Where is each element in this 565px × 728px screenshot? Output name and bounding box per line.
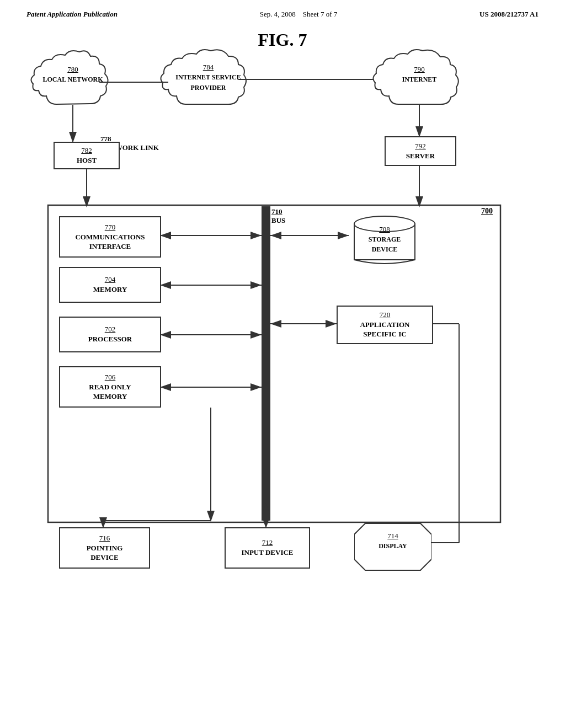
node-714: 714 DISPLAY xyxy=(354,521,431,575)
header-right: US 2008/212737 A1 xyxy=(479,10,539,19)
node-710: 710 BUS xyxy=(271,207,285,225)
node-792: 792 SERVER xyxy=(385,136,456,166)
node-704: 704 MEMORY xyxy=(59,267,161,303)
diagram-svg xyxy=(23,24,542,686)
svg-rect-8 xyxy=(262,206,270,521)
node-708: 708 STORAGEDEVICE xyxy=(349,212,420,269)
node-700: 700 xyxy=(481,207,493,216)
node-712: 712 INPUT DEVICE xyxy=(225,527,310,569)
header-left: Patent Application Publication xyxy=(26,10,118,19)
node-770: 770 COMMUNICATIONSINTERFACE xyxy=(59,216,161,258)
diagram-area: FIG. 7 xyxy=(23,24,542,686)
node-702: 702 PROCESSOR xyxy=(59,317,161,352)
figure-title: FIG. 7 xyxy=(23,30,542,50)
node-720: 720 APPLICATIONSPECIFIC IC xyxy=(337,306,433,344)
node-706: 706 READ ONLYMEMORY xyxy=(59,366,161,408)
node-790: 790 INTERNET xyxy=(386,64,452,84)
page-header: Patent Application Publication Sep. 4, 2… xyxy=(0,0,565,19)
header-center: Sep. 4, 2008 Sheet 7 of 7 xyxy=(260,10,337,19)
node-784: 784 INTERNET SERVICEPROVIDER xyxy=(171,62,246,92)
node-716: 716 POINTINGDEVICE xyxy=(59,527,150,569)
node-780: 780 LOCAL NETWORK xyxy=(37,64,109,84)
node-782: 782 HOST xyxy=(54,142,120,169)
